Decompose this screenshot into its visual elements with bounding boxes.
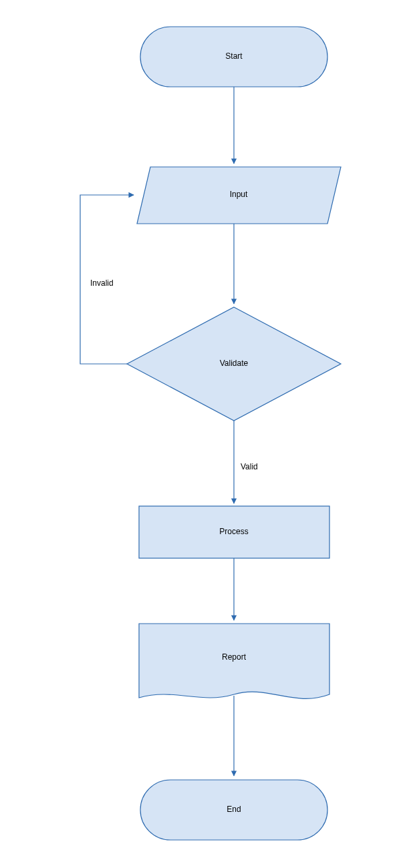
node-start-label: Start xyxy=(225,51,243,61)
node-validate-label: Validate xyxy=(220,359,249,368)
node-end: End xyxy=(140,780,327,840)
flowchart-canvas: Start Input Validate Valid Invalid Proce… xyxy=(0,0,401,868)
node-process-label: Process xyxy=(219,527,248,536)
node-start: Start xyxy=(140,27,327,87)
node-validate: Validate xyxy=(127,307,341,421)
edge-valid-label: Valid xyxy=(241,462,258,471)
node-input-label: Input xyxy=(230,190,248,199)
node-input: Input xyxy=(137,167,341,224)
edge-invalid-label: Invalid xyxy=(90,278,114,288)
node-process: Process xyxy=(139,506,329,558)
node-end-label: End xyxy=(227,805,241,814)
node-report-label: Report xyxy=(222,652,247,662)
node-report: Report xyxy=(139,624,329,698)
